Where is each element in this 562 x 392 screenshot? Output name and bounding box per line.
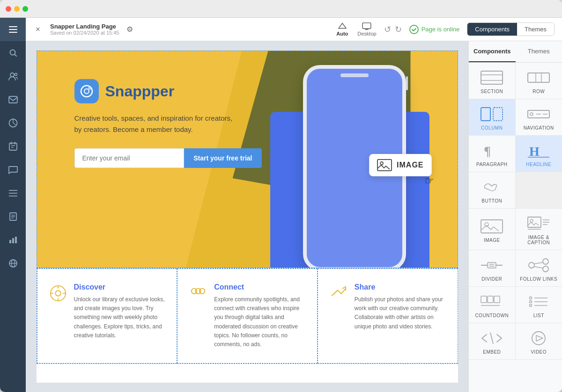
auto-mode-button[interactable]: Auto	[336, 22, 348, 36]
component-section[interactable]: SECTION	[469, 63, 516, 99]
component-list[interactable]: LIST	[516, 287, 562, 323]
navigation-icon	[526, 106, 551, 123]
component-empty	[516, 172, 562, 209]
image-comp-label: IMAGE	[484, 238, 500, 243]
sidebar-search[interactable]	[0, 41, 26, 65]
image-drop-tooltip: IMAGE	[369, 154, 431, 176]
feature-share-desc: Publish your photos and share your work …	[355, 295, 446, 331]
sidebar-list[interactable]	[0, 181, 26, 205]
svg-text:H: H	[529, 144, 540, 158]
component-row[interactable]: ROW	[516, 63, 562, 99]
svg-point-61	[530, 219, 533, 222]
page-canvas: IMAGE ☞	[37, 51, 458, 383]
image-comp-icon	[480, 218, 504, 235]
hero-logo: Snappper	[74, 79, 262, 103]
redo-button[interactable]: ↻	[395, 24, 402, 35]
panel-themes-tab[interactable]: Themes	[516, 41, 562, 62]
svg-point-33	[89, 87, 91, 89]
feature-discover: Discover Unlock our library of exclusive…	[37, 269, 177, 363]
component-headline[interactable]: H HeadLinE	[516, 136, 562, 172]
svg-rect-75	[481, 296, 487, 303]
navigation-label: NAVIGATION	[524, 125, 554, 131]
close-project-button[interactable]: ×	[33, 25, 43, 34]
svg-rect-7	[9, 96, 17, 103]
svg-point-28	[410, 25, 418, 34]
feature-discover-text: Discover Unlock our library of exclusive…	[74, 283, 166, 340]
online-status: Page is online	[409, 25, 460, 34]
minimize-button[interactable]	[14, 6, 20, 12]
sidebar-chat[interactable]	[0, 158, 26, 181]
paragraph-icon: ¶	[480, 142, 504, 159]
sidebar-users[interactable]	[0, 65, 26, 88]
component-image-caption[interactable]: IMAGE & CAPTION	[516, 209, 562, 250]
component-navigation[interactable]: NAVIGATION	[516, 99, 562, 136]
paragraph-label: PARAGRAPH	[476, 162, 508, 167]
maximize-button[interactable]	[22, 6, 28, 12]
svg-rect-19	[9, 240, 11, 243]
sidebar-toggle[interactable]	[0, 18, 26, 41]
feature-discover-title: Discover	[74, 283, 166, 291]
image-icon	[377, 159, 392, 171]
cursor-icon: ☞	[425, 175, 434, 187]
phone-side-button	[406, 76, 408, 90]
sidebar-pages[interactable]	[0, 205, 26, 228]
svg-point-6	[15, 73, 17, 76]
list-label: LIST	[533, 313, 544, 318]
titlebar	[0, 0, 562, 18]
hero-description: Creative tools, spaces, and inspiration …	[74, 113, 234, 135]
settings-button[interactable]: ⚙	[126, 25, 133, 34]
canvas-area[interactable]: IMAGE ☞	[26, 41, 468, 392]
undo-button[interactable]: ↺	[384, 24, 391, 35]
sidebar-globe[interactable]	[0, 252, 26, 275]
feature-connect-desc: Explore community spotlights, and connec…	[214, 295, 306, 349]
feature-share-text: Share Publish your photos and share your…	[355, 283, 446, 331]
view-mode-switcher: Auto Desktop	[336, 22, 376, 36]
svg-rect-43	[481, 71, 503, 84]
panel-tabs: Components Themes	[467, 22, 555, 36]
svg-rect-21	[15, 237, 17, 243]
component-image[interactable]: IMAGE	[469, 209, 516, 250]
component-embed[interactable]: EMBED	[469, 323, 516, 360]
discover-icon	[49, 284, 67, 303]
feature-connect-title: Connect	[214, 283, 306, 291]
project-title: Snapper Landing Page Saved on 02/24/2020…	[50, 23, 119, 36]
components-tab[interactable]: Components	[467, 23, 517, 36]
column-icon	[480, 106, 504, 123]
component-follow-links[interactable]: FOLLOW LINKS	[516, 250, 562, 287]
share-icon	[329, 284, 348, 303]
svg-point-72	[543, 266, 548, 272]
component-video[interactable]: VIDEO	[516, 323, 562, 360]
app-window: × Snapper Landing Page Saved on 02/24/20…	[0, 0, 562, 392]
component-paragraph[interactable]: ¶ PARAGRAPH	[469, 136, 516, 172]
follow-links-label: FOLLOW LINKS	[520, 276, 557, 282]
themes-tab[interactable]: Themes	[517, 23, 554, 36]
component-column[interactable]: COLUMN	[469, 99, 516, 136]
hero-section[interactable]: IMAGE ☞	[37, 51, 458, 268]
svg-rect-9	[9, 143, 17, 150]
svg-point-32	[84, 89, 89, 94]
svg-rect-1	[9, 29, 17, 30]
workspace: IMAGE ☞	[26, 41, 562, 392]
column-label: COLUMN	[481, 125, 503, 131]
svg-line-85	[490, 333, 493, 344]
cta-button[interactable]: Start your free trial	[184, 148, 261, 168]
panel-components-tab[interactable]: Components	[469, 41, 516, 62]
component-button[interactable]: BUTTON	[469, 172, 516, 209]
sidebar-billing[interactable]	[0, 135, 26, 158]
sidebar-chart[interactable]	[0, 228, 26, 252]
svg-point-83	[530, 305, 532, 307]
component-divider[interactable]: DIVIDER	[469, 250, 516, 287]
close-button[interactable]	[6, 6, 11, 12]
countdown-label: COUNTDOWN	[475, 313, 509, 318]
svg-line-73	[534, 262, 543, 264]
email-input[interactable]	[74, 148, 185, 168]
logo-icon	[74, 79, 99, 103]
desktop-mode-button[interactable]: Desktop	[357, 22, 376, 36]
component-countdown[interactable]: COUNTDOWN	[469, 287, 516, 323]
sidebar-analytics[interactable]	[0, 111, 26, 135]
sidebar-mail[interactable]	[0, 88, 26, 111]
feature-share: Share Publish your photos and share your…	[318, 269, 458, 363]
hero-signup-form: Start your free trial	[74, 148, 262, 168]
embed-label: EMBED	[483, 349, 501, 355]
svg-rect-76	[488, 296, 493, 303]
